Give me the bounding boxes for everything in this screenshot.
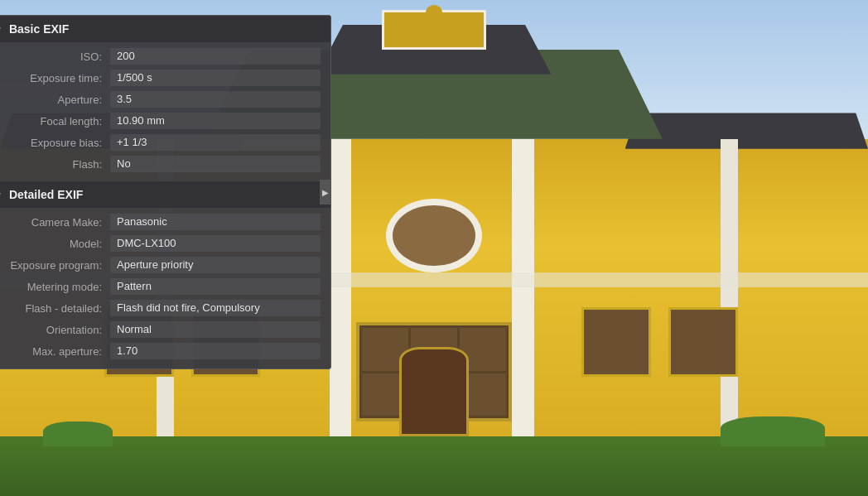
exif-row-iso: ISO: 200: [0, 46, 330, 67]
exif-row-exposure-bias: Exposure bias: +1 1/3: [0, 132, 330, 153]
detailed-exif-arrow: ▼: [0, 190, 2, 200]
basic-exif-arrow: ▼: [0, 25, 2, 34]
basic-exif-title: Basic EXIF: [9, 22, 69, 36]
hedge: [721, 417, 825, 446]
round-window: [386, 199, 481, 273]
exif-label-camera-make: Camera Make:: [0, 216, 110, 229]
window-upper-right2: [581, 307, 651, 377]
exif-value-model: DMC-LX100: [110, 235, 321, 252]
exif-value-iso: 200: [110, 48, 321, 65]
exif-label-aperture: Aperture:: [0, 94, 110, 106]
exif-row-exposure-program: Exposure program: Aperture priority: [0, 254, 330, 276]
exif-label-focal-length: Focal length:: [0, 115, 110, 128]
main-door: [399, 347, 469, 436]
exif-label-exposure-time: Exposure time:: [0, 72, 110, 84]
exif-value-camera-make: Panasonic: [110, 214, 321, 230]
detailed-exif-section: ▼ Detailed EXIF Camera Make: Panasonic M…: [0, 181, 330, 368]
exif-label-iso: ISO:: [0, 51, 110, 63]
exif-row-camera-make: Camera Make: Panasonic: [0, 211, 330, 233]
exif-label-model: Model:: [0, 238, 110, 250]
scroll-arrow-icon: ▶: [322, 188, 329, 197]
exif-label-exposure-program: Exposure program:: [0, 259, 110, 272]
exif-value-flash-detailed: Flash did not fire, Compulsory: [110, 300, 321, 316]
exif-value-focal-length: 10.90 mm: [110, 113, 321, 129]
exif-label-max-aperture: Max. aperture:: [0, 345, 110, 358]
detailed-exif-rows: Camera Make: Panasonic Model: DMC-LX100 …: [0, 208, 330, 368]
window-upper-right1: [668, 307, 738, 377]
exif-label-metering-mode: Metering mode:: [0, 281, 110, 293]
exif-row-focal-length: Focal length: 10.90 mm: [0, 110, 330, 132]
exif-label-flash: Flash:: [0, 158, 110, 171]
exif-label-exposure-bias: Exposure bias:: [0, 137, 110, 149]
detailed-exif-title: Detailed EXIF: [9, 188, 83, 201]
exif-row-flash: Flash: No: [0, 153, 330, 175]
exif-label-orientation: Orientation:: [0, 324, 110, 336]
basic-exif-header[interactable]: ▼ Basic EXIF: [0, 16, 330, 42]
basic-exif-rows: ISO: 200 Exposure time: 1/500 s Aperture…: [0, 42, 330, 181]
exif-value-max-aperture: 1.70: [110, 343, 321, 359]
exif-panel: ▼ Basic EXIF ISO: 200 Exposure time: 1/5…: [0, 15, 331, 369]
exif-value-metering-mode: Pattern: [110, 278, 321, 295]
exif-value-orientation: Normal: [110, 321, 321, 338]
exif-value-exposure-program: Aperture priority: [110, 257, 321, 273]
exif-value-exposure-bias: +1 1/3: [110, 134, 321, 151]
exif-row-max-aperture: Max. aperture: 1.70: [0, 340, 330, 362]
exif-value-aperture: 3.5: [110, 91, 321, 108]
exif-row-exposure-time: Exposure time: 1/500 s: [0, 67, 330, 89]
panel-scroll-arrow[interactable]: ▶: [320, 180, 331, 205]
exif-row-aperture: Aperture: 3.5: [0, 89, 330, 110]
exif-label-flash-detailed: Flash - detailed:: [0, 302, 110, 315]
roof-right: [625, 109, 868, 149]
detailed-exif-header[interactable]: ▼ Detailed EXIF: [0, 181, 330, 208]
hedge-left: [43, 421, 113, 446]
exif-row-orientation: Orientation: Normal: [0, 319, 330, 340]
exif-row-model: Model: DMC-LX100: [0, 233, 330, 254]
exif-value-flash: No: [110, 156, 321, 172]
basic-exif-section: ▼ Basic EXIF ISO: 200 Exposure time: 1/5…: [0, 16, 330, 181]
exif-row-metering-mode: Metering mode: Pattern: [0, 276, 330, 297]
exif-value-exposure-time: 1/500 s: [110, 70, 321, 86]
finial: [426, 5, 443, 20]
exif-row-flash-detailed: Flash - detailed: Flash did not fire, Co…: [0, 297, 330, 319]
